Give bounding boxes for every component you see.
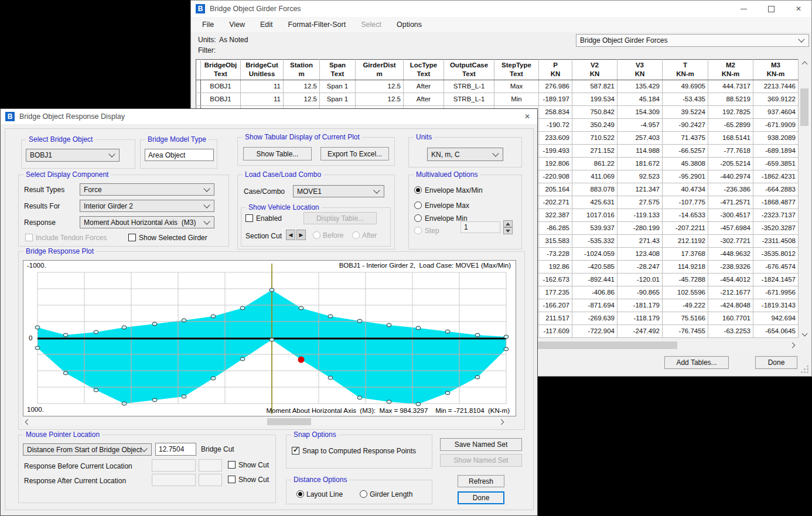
table-cell[interactable]: -207.2211	[663, 221, 708, 234]
table-cell[interactable]: Span 1	[320, 93, 356, 105]
table-cell[interactable]: -90.2427	[663, 118, 708, 131]
table-cell[interactable]: 27.575	[617, 196, 663, 209]
table-cell[interactable]: 322.387	[539, 209, 572, 221]
table-cell[interactable]: -117.609	[539, 324, 572, 337]
table-cell[interactable]: 350.249	[572, 118, 617, 131]
case-combo-dropdown[interactable]: MOVE1	[293, 185, 384, 197]
table-cell[interactable]: 114.988	[617, 144, 663, 157]
table-cell[interactable]: -535.332	[572, 234, 617, 247]
pointer-mode-dropdown[interactable]: Distance From Start of Bridge Object	[23, 443, 152, 456]
column-header-girderdist[interactable]: GirderDistm	[356, 60, 404, 80]
column-header-span[interactable]: SpanText	[320, 60, 356, 80]
save-named-set-button[interactable]: Save Named Set	[440, 438, 522, 451]
table-cell[interactable]: 1017.016	[572, 209, 617, 221]
table-cell[interactable]: BOBJ1	[201, 93, 241, 105]
column-header-v2[interactable]: V2KN	[572, 60, 617, 80]
table-cell[interactable]: After	[404, 80, 444, 93]
step-up-button[interactable]	[503, 220, 513, 227]
table-cell[interactable]: -300.4517	[708, 209, 753, 221]
table-cell[interactable]: -220.908	[539, 170, 572, 183]
table-cell[interactable]: -190.72	[539, 118, 572, 131]
table-cell[interactable]: 233.609	[539, 131, 572, 144]
table-cell[interactable]: 75.5166	[663, 312, 708, 324]
table-cell[interactable]: -247.492	[617, 324, 663, 337]
girder-length-radio[interactable]	[360, 490, 367, 498]
menu-edit[interactable]: Edit	[253, 20, 281, 29]
table-cell[interactable]: 411.069	[572, 170, 617, 183]
scroll-right-icon[interactable]	[497, 418, 506, 426]
column-header-bridgeobj[interactable]: BridgeObjText	[201, 60, 241, 80]
table-cell[interactable]: 49.6905	[663, 80, 708, 93]
menu-file[interactable]: File	[195, 20, 221, 29]
table-cell[interactable]: 587.821	[572, 80, 617, 93]
snap-checkbox[interactable]	[292, 447, 299, 455]
table-cell[interactable]: 135.429	[617, 80, 663, 93]
menu-select[interactable]: Select	[353, 20, 389, 29]
close-button[interactable]: ✕	[785, 1, 812, 17]
table-cell[interactable]: STRB_L-1	[444, 80, 494, 93]
show-selected-girder-checkbox[interactable]	[128, 234, 136, 241]
table-cell[interactable]: After	[404, 93, 444, 105]
table-cell[interactable]: -66.5257	[663, 144, 708, 157]
column-header-bridgecut[interactable]: BridgeCutUnitless	[241, 60, 284, 80]
table-cell[interactable]: -471.2571	[708, 196, 753, 209]
table-cell[interactable]: -664.2883	[753, 183, 799, 196]
table-cell[interactable]: -73.228	[539, 247, 572, 260]
table-cell[interactable]: -95.2901	[663, 170, 708, 183]
column-header-t[interactable]: TKN-m	[663, 60, 708, 80]
scroll-right-icon[interactable]	[787, 340, 798, 350]
step-down-button[interactable]	[503, 227, 513, 234]
table-cell[interactable]: 11	[241, 80, 284, 93]
section-cut-prev-button[interactable]: ◀	[286, 230, 295, 240]
table-cell[interactable]: -2323.7137	[753, 209, 799, 221]
table-cell[interactable]: -440.2974	[708, 170, 753, 183]
table-cell[interactable]: 938.2089	[753, 131, 799, 144]
envelope-min-radio[interactable]	[414, 214, 422, 222]
table-select-dropdown[interactable]: Bridge Object Girder Forces	[576, 34, 809, 47]
table-cell[interactable]: -871.694	[572, 299, 617, 312]
show-table-button[interactable]: Show Table...	[243, 147, 312, 160]
table-cell[interactable]: -302.7721	[708, 234, 753, 247]
table-cell[interactable]: -269.639	[572, 312, 617, 324]
dialog-close-button[interactable]: ✕	[518, 109, 536, 124]
plot-hscrollbar[interactable]	[23, 418, 506, 426]
dialog-done-button[interactable]: Done	[458, 491, 504, 504]
layout-line-radio[interactable]	[296, 490, 304, 498]
table-cell[interactable]: 315.583	[539, 234, 572, 247]
show-cut-before-checkbox[interactable]	[228, 461, 236, 469]
table-cell[interactable]: -162.673	[539, 273, 572, 286]
column-header-m3[interactable]: M3KN-m	[753, 60, 799, 80]
table-cell[interactable]: 539.937	[572, 221, 617, 234]
column-header-steptype[interactable]: StepTypeText	[494, 60, 539, 80]
table-cell[interactable]: STRB_L-1	[444, 93, 494, 105]
table-cell[interactable]: 212.1192	[663, 234, 708, 247]
vehicle-enabled-checkbox[interactable]	[245, 214, 253, 222]
table-cell[interactable]: -1824.1457	[753, 273, 799, 286]
table-cell[interactable]: -4.957	[617, 118, 663, 131]
table-cell[interactable]: 271.152	[572, 144, 617, 157]
table-cell[interactable]: -118.179	[617, 312, 663, 324]
table-cell[interactable]: -189.197	[539, 93, 572, 105]
table-cell[interactable]: 192.7825	[708, 105, 753, 118]
table-cell[interactable]: 12.5	[284, 80, 320, 93]
table-cell[interactable]: -202.271	[539, 196, 572, 209]
table-cell[interactable]: 444.7317	[708, 80, 753, 93]
table-cell[interactable]: -2311.4508	[753, 234, 799, 247]
table-cell[interactable]: 45.184	[617, 93, 663, 105]
table-cell[interactable]: 121.347	[617, 183, 663, 196]
response-plot-canvas[interactable]	[23, 261, 516, 416]
table-cell[interactable]: -53.435	[663, 93, 708, 105]
table-cell[interactable]: -107.775	[663, 196, 708, 209]
table-cell[interactable]: -454.4012	[708, 273, 753, 286]
table-cell[interactable]: -689.1894	[753, 144, 799, 157]
table-cell[interactable]: -457.6984	[708, 221, 753, 234]
table-cell[interactable]: -448.9632	[708, 247, 753, 260]
column-header-m2[interactable]: M2KN-m	[708, 60, 753, 80]
table-cell[interactable]: 276.986	[539, 80, 572, 93]
table-cell[interactable]: -166.207	[539, 299, 572, 312]
table-cell[interactable]: -236.386	[708, 183, 753, 196]
menu-format-filter-sort[interactable]: Format-Filter-Sort	[281, 20, 354, 29]
table-cell[interactable]: 71.4375	[663, 131, 708, 144]
table-cell[interactable]: 369.9122	[753, 93, 799, 105]
table-cell[interactable]: 45.3808	[663, 157, 708, 170]
